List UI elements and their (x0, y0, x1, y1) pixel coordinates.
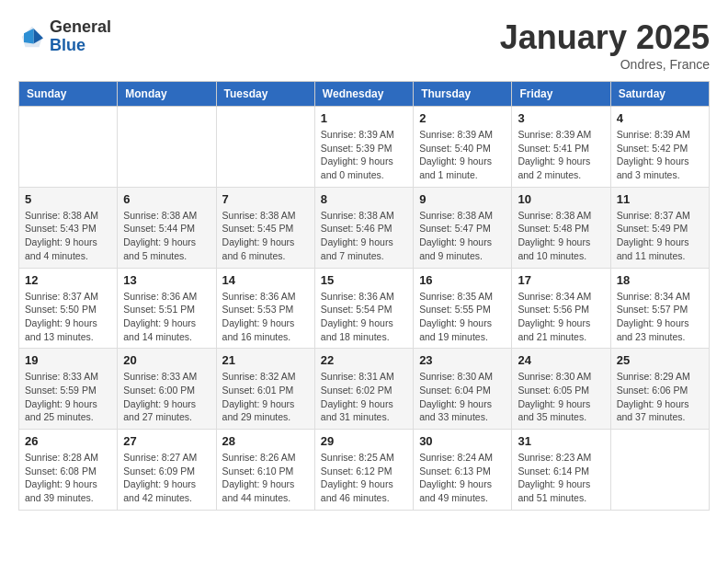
weekday-header-thursday: Thursday (414, 82, 512, 107)
calendar-cell: 9Sunrise: 8:38 AMSunset: 5:47 PMDaylight… (414, 187, 512, 268)
day-info: Sunrise: 8:36 AMSunset: 5:51 PMDaylight:… (123, 290, 210, 344)
day-info: Sunrise: 8:23 AMSunset: 6:14 PMDaylight:… (518, 451, 604, 505)
day-info: Sunrise: 8:24 AMSunset: 6:13 PMDaylight:… (419, 451, 506, 505)
logo-icon (18, 23, 46, 51)
day-info: Sunrise: 8:25 AMSunset: 6:12 PMDaylight:… (321, 451, 407, 505)
day-number: 7 (222, 192, 309, 206)
day-number: 25 (617, 353, 703, 367)
calendar-cell: 10Sunrise: 8:38 AMSunset: 5:48 PMDayligh… (512, 187, 610, 268)
day-info: Sunrise: 8:36 AMSunset: 5:54 PMDaylight:… (321, 290, 407, 344)
day-info: Sunrise: 8:28 AMSunset: 6:08 PMDaylight:… (25, 451, 111, 505)
day-info: Sunrise: 8:30 AMSunset: 6:05 PMDaylight:… (518, 370, 604, 424)
day-number: 15 (321, 273, 407, 287)
day-info: Sunrise: 8:39 AMSunset: 5:39 PMDaylight:… (321, 128, 407, 182)
day-info: Sunrise: 8:37 AMSunset: 5:50 PMDaylight:… (25, 290, 111, 344)
calendar-cell: 6Sunrise: 8:38 AMSunset: 5:44 PMDaylight… (118, 187, 216, 268)
day-info: Sunrise: 8:38 AMSunset: 5:47 PMDaylight:… (419, 209, 506, 263)
weekday-header-monday: Monday (118, 82, 216, 107)
weekday-header-saturday: Saturday (610, 82, 709, 107)
day-info: Sunrise: 8:38 AMSunset: 5:48 PMDaylight:… (518, 209, 604, 263)
day-number: 19 (25, 353, 111, 367)
day-info: Sunrise: 8:38 AMSunset: 5:43 PMDaylight:… (25, 209, 111, 263)
day-number: 2 (419, 111, 506, 125)
calendar-cell: 20Sunrise: 8:33 AMSunset: 6:00 PMDayligh… (118, 349, 216, 430)
day-number: 18 (617, 273, 703, 287)
week-row-2: 5Sunrise: 8:38 AMSunset: 5:43 PMDaylight… (19, 187, 710, 268)
logo-text: General Blue (50, 18, 111, 55)
calendar-table: SundayMondayTuesdayWednesdayThursdayFrid… (18, 81, 710, 511)
logo-blue: Blue (50, 37, 111, 55)
day-info: Sunrise: 8:38 AMSunset: 5:46 PMDaylight:… (321, 209, 407, 263)
day-number: 1 (321, 111, 407, 125)
calendar-cell: 5Sunrise: 8:38 AMSunset: 5:43 PMDaylight… (19, 187, 118, 268)
week-row-4: 19Sunrise: 8:33 AMSunset: 5:59 PMDayligh… (19, 349, 710, 430)
day-info: Sunrise: 8:30 AMSunset: 6:04 PMDaylight:… (419, 370, 506, 424)
day-info: Sunrise: 8:33 AMSunset: 5:59 PMDaylight:… (25, 370, 111, 424)
calendar-cell (610, 430, 709, 511)
calendar-cell: 16Sunrise: 8:35 AMSunset: 5:55 PMDayligh… (414, 268, 512, 349)
calendar-cell: 13Sunrise: 8:36 AMSunset: 5:51 PMDayligh… (118, 268, 216, 349)
calendar-cell: 3Sunrise: 8:39 AMSunset: 5:41 PMDaylight… (512, 107, 610, 188)
day-number: 16 (419, 273, 506, 287)
day-number: 22 (321, 353, 407, 367)
calendar-cell (118, 107, 216, 188)
day-info: Sunrise: 8:37 AMSunset: 5:49 PMDaylight:… (617, 209, 703, 263)
calendar-cell: 15Sunrise: 8:36 AMSunset: 5:54 PMDayligh… (314, 268, 413, 349)
calendar-cell (19, 107, 118, 188)
weekday-header-wednesday: Wednesday (314, 82, 413, 107)
day-info: Sunrise: 8:39 AMSunset: 5:41 PMDaylight:… (518, 128, 604, 182)
day-number: 24 (518, 353, 604, 367)
day-number: 9 (419, 192, 506, 206)
page-header: General Blue January 2025 Ondres, France (18, 18, 710, 72)
calendar-cell: 31Sunrise: 8:23 AMSunset: 6:14 PMDayligh… (512, 430, 610, 511)
calendar-cell: 26Sunrise: 8:28 AMSunset: 6:08 PMDayligh… (19, 430, 118, 511)
calendar-cell: 29Sunrise: 8:25 AMSunset: 6:12 PMDayligh… (314, 430, 413, 511)
day-info: Sunrise: 8:38 AMSunset: 5:45 PMDaylight:… (222, 209, 309, 263)
day-number: 20 (123, 353, 210, 367)
title-block: January 2025 Ondres, France (500, 18, 710, 72)
day-info: Sunrise: 8:31 AMSunset: 6:02 PMDaylight:… (321, 370, 407, 424)
day-info: Sunrise: 8:27 AMSunset: 6:09 PMDaylight:… (123, 451, 210, 505)
day-info: Sunrise: 8:35 AMSunset: 5:55 PMDaylight:… (419, 290, 506, 344)
weekday-header-sunday: Sunday (19, 82, 118, 107)
day-number: 27 (123, 434, 210, 448)
day-number: 14 (222, 273, 309, 287)
calendar-cell: 22Sunrise: 8:31 AMSunset: 6:02 PMDayligh… (314, 349, 413, 430)
day-info: Sunrise: 8:39 AMSunset: 5:40 PMDaylight:… (419, 128, 506, 182)
calendar-cell: 18Sunrise: 8:34 AMSunset: 5:57 PMDayligh… (610, 268, 709, 349)
calendar-cell: 21Sunrise: 8:32 AMSunset: 6:01 PMDayligh… (216, 349, 314, 430)
calendar-body: 1Sunrise: 8:39 AMSunset: 5:39 PMDaylight… (19, 107, 710, 511)
calendar-cell: 7Sunrise: 8:38 AMSunset: 5:45 PMDaylight… (216, 187, 314, 268)
calendar-cell: 11Sunrise: 8:37 AMSunset: 5:49 PMDayligh… (610, 187, 709, 268)
calendar-cell: 23Sunrise: 8:30 AMSunset: 6:04 PMDayligh… (414, 349, 512, 430)
day-number: 23 (419, 353, 506, 367)
weekday-header-row: SundayMondayTuesdayWednesdayThursdayFrid… (19, 82, 710, 107)
week-row-5: 26Sunrise: 8:28 AMSunset: 6:08 PMDayligh… (19, 430, 710, 511)
calendar-cell: 12Sunrise: 8:37 AMSunset: 5:50 PMDayligh… (19, 268, 118, 349)
calendar-cell: 24Sunrise: 8:30 AMSunset: 6:05 PMDayligh… (512, 349, 610, 430)
calendar-cell: 14Sunrise: 8:36 AMSunset: 5:53 PMDayligh… (216, 268, 314, 349)
day-number: 3 (518, 111, 604, 125)
calendar-cell: 19Sunrise: 8:33 AMSunset: 5:59 PMDayligh… (19, 349, 118, 430)
location-subtitle: Ondres, France (500, 57, 710, 72)
day-number: 8 (321, 192, 407, 206)
logo: General Blue (18, 18, 111, 55)
day-number: 6 (123, 192, 210, 206)
day-info: Sunrise: 8:32 AMSunset: 6:01 PMDaylight:… (222, 370, 309, 424)
calendar-cell (216, 107, 314, 188)
calendar-cell: 30Sunrise: 8:24 AMSunset: 6:13 PMDayligh… (414, 430, 512, 511)
calendar-cell: 8Sunrise: 8:38 AMSunset: 5:46 PMDaylight… (314, 187, 413, 268)
logo-general: General (50, 18, 111, 37)
day-number: 17 (518, 273, 604, 287)
week-row-1: 1Sunrise: 8:39 AMSunset: 5:39 PMDaylight… (19, 107, 710, 188)
day-info: Sunrise: 8:26 AMSunset: 6:10 PMDaylight:… (222, 451, 309, 505)
day-number: 26 (25, 434, 111, 448)
day-info: Sunrise: 8:39 AMSunset: 5:42 PMDaylight:… (617, 128, 703, 182)
day-number: 5 (25, 192, 111, 206)
day-info: Sunrise: 8:34 AMSunset: 5:56 PMDaylight:… (518, 290, 604, 344)
day-info: Sunrise: 8:38 AMSunset: 5:44 PMDaylight:… (123, 209, 210, 263)
month-title: January 2025 (500, 18, 710, 57)
day-number: 28 (222, 434, 309, 448)
day-number: 13 (123, 273, 210, 287)
weekday-header-tuesday: Tuesday (216, 82, 314, 107)
